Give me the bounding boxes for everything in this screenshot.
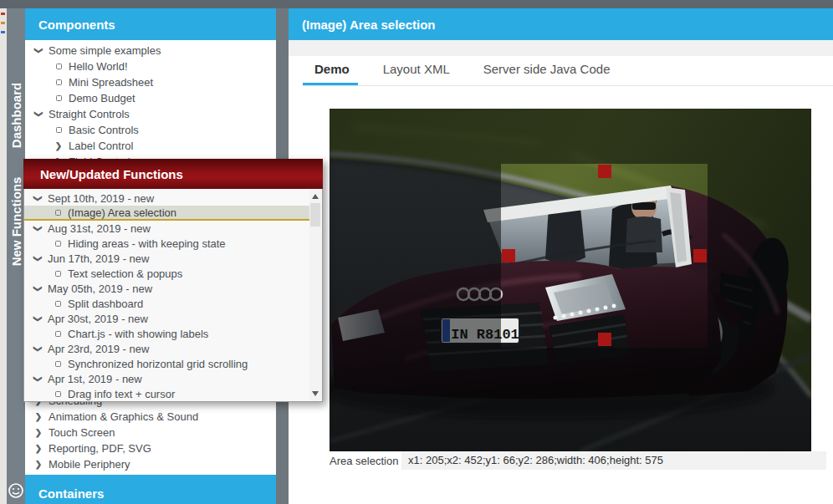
scroll-up-arrow-icon[interactable] (312, 194, 319, 199)
chevron-down-icon (31, 284, 44, 293)
bullet-icon (51, 361, 64, 367)
popup-scrollbar[interactable] (309, 190, 321, 400)
bullet-icon (51, 210, 64, 216)
chevron-down-icon (31, 194, 44, 203)
chevron-down-icon (32, 46, 45, 55)
chevron-right-icon (32, 428, 45, 437)
bullet-icon (51, 331, 64, 337)
tree-item[interactable]: Synchronized horizontal grid scrolling (24, 356, 309, 371)
tree-item[interactable]: Touch Screen (25, 425, 276, 440)
bullet-icon (52, 79, 65, 85)
tree-item[interactable]: Reporting, PDF, SVG (25, 440, 276, 456)
tree-item[interactable]: Jun 17th, 2019 - new (24, 251, 309, 266)
tab[interactable]: Server side Java Code (472, 62, 619, 85)
chevron-down-icon (31, 224, 44, 233)
tree-item[interactable]: Some simple examples (25, 43, 276, 59)
tree-item[interactable]: Split dashboard (24, 296, 309, 311)
tree-item[interactable]: Aug 31st, 2019 - new (24, 221, 309, 236)
tab[interactable]: Layout XML (371, 62, 458, 85)
bullet-icon (51, 271, 64, 277)
chevron-right-icon (32, 460, 45, 469)
components-tree-bottom: Scheduling Animation & Graphics & Sound … (25, 390, 276, 472)
popup-tree: Sept 10th, 2019 - new (Image) Area selec… (24, 189, 309, 401)
bullet-icon (52, 127, 65, 133)
selection-handle-right[interactable] (693, 249, 707, 262)
chevron-down-icon (31, 254, 44, 263)
tab[interactable]: Demo (303, 62, 358, 85)
chevron-right-icon (32, 444, 45, 453)
tree-item[interactable]: Straight Controls (25, 106, 276, 122)
status-row: Area selection x1: 205;x2: 452;y1: 66;y2… (330, 451, 826, 470)
components-tree: Some simple examples Hello World! Mini S… (25, 40, 276, 170)
tree-item[interactable]: (Image) Area selection (24, 206, 309, 221)
top-strip (0, 0, 833, 8)
page-title: (Image) Area selection (302, 18, 436, 32)
popup-header: New/Updated Functions (23, 159, 323, 189)
selection-handle-left[interactable] (502, 249, 515, 262)
chevron-right-icon (52, 141, 65, 150)
tree-item[interactable]: Apr 23rd, 2019 - new (24, 341, 309, 356)
bullet-icon (52, 64, 65, 69)
edge-marker (1, 13, 5, 15)
tree-item[interactable]: Apr 30st, 2019 - new (24, 311, 309, 326)
area-selection-rect[interactable] (501, 164, 708, 348)
chevron-down-icon (31, 314, 44, 323)
components-panel-title: Components (38, 18, 115, 32)
demo-image[interactable]: IN R8101 (330, 109, 811, 451)
bullet-icon (52, 95, 65, 101)
scroll-down-arrow-icon[interactable] (312, 391, 319, 396)
tree-item[interactable]: Demo Budget (25, 90, 276, 106)
edge-marker (1, 22, 5, 24)
main-band (289, 40, 833, 56)
chevron-down-icon (31, 344, 44, 354)
selection-handle-bottom[interactable] (598, 333, 611, 346)
sidebar-tab-dashboard[interactable]: Dashboard (9, 83, 23, 148)
chevron-right-icon (32, 412, 45, 421)
tree-item[interactable]: Mobile Periphery (25, 456, 276, 472)
containers-panel-title: Containers (38, 486, 104, 501)
tree-item[interactable]: Apr 1st, 2019 - new (24, 371, 309, 386)
tree-item[interactable]: Sept 10th, 2019 - new (24, 191, 309, 206)
sidebar-tab-new-functions[interactable]: New Functions (9, 177, 23, 267)
tree-item[interactable]: Hello World! (25, 59, 276, 74)
status-label: Area selection (330, 455, 401, 467)
tree-item[interactable]: Text selection & popups (24, 266, 309, 281)
tree-item[interactable]: Drag info text + cursor (24, 386, 309, 401)
main-panel: (Image) Area selection Demo Layout XML S… (289, 8, 833, 504)
tree-item[interactable]: Mini Spreadsheet (25, 74, 276, 90)
tree-item[interactable]: Animation & Graphics & Sound (25, 409, 276, 425)
new-functions-popup: New/Updated Functions Sept 10th, 2019 - … (23, 159, 323, 402)
popup-body: Sept 10th, 2019 - new (Image) Area selec… (23, 189, 323, 402)
bullet-icon (51, 301, 64, 307)
tree-item[interactable]: Label Control (25, 138, 276, 154)
tree-item[interactable]: Basic Controls (25, 122, 276, 138)
popup-title: New/Updated Functions (40, 167, 183, 181)
containers-panel-header[interactable]: Containers (25, 475, 276, 504)
bullet-icon (51, 391, 64, 397)
edge-marker (1, 31, 5, 33)
scrollbar-thumb[interactable] (310, 203, 320, 227)
chevron-down-icon (31, 374, 44, 384)
main-header: (Image) Area selection (289, 8, 833, 40)
tree-item[interactable]: Hiding areas - with keeping state (24, 236, 309, 251)
tabbar: Demo Layout XML Server side Java Code (303, 56, 833, 86)
status-value: x1: 205;x2: 452;y1: 66;y2: 286;width: 40… (401, 451, 826, 470)
chevron-down-icon (32, 109, 45, 119)
bullet-icon (51, 241, 64, 247)
smiley-icon[interactable] (8, 482, 24, 499)
window-edge-strip (0, 0, 7, 504)
tree-item[interactable]: May 05th, 2019 - new (24, 281, 309, 296)
tree-item[interactable]: Chart.js - with showing labels (24, 326, 309, 341)
components-panel-header: Components (25, 8, 276, 40)
selection-handle-top[interactable] (598, 165, 611, 178)
